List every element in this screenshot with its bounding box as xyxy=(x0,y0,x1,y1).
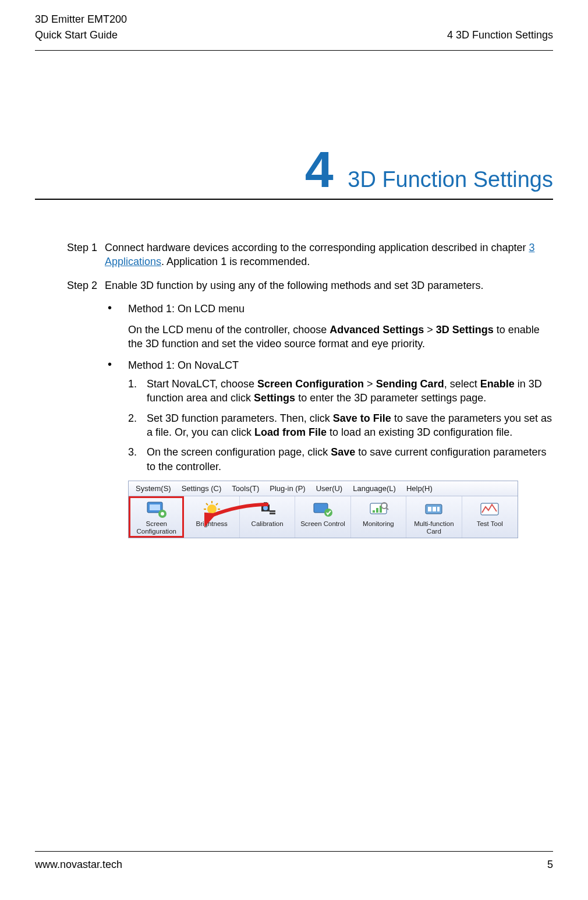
method-lcd: Method 1: On LCD menu On the LCD menu of… xyxy=(108,302,553,351)
method-lcd-desc: On the LCD menu of the controller, choos… xyxy=(128,323,553,351)
novalct-step-2: 2. Set 3D function parameters. Then, cli… xyxy=(128,411,553,440)
tb-brightness[interactable]: Brightness xyxy=(184,496,239,537)
chapter-number: 4 xyxy=(305,144,334,195)
tb-label: Calibration xyxy=(241,520,293,528)
marker-2: 2. xyxy=(128,411,137,425)
n2-pre: Set 3D function parameters. Then, click xyxy=(147,412,333,424)
menu-plugin[interactable]: Plug-in (P) xyxy=(270,483,305,494)
footer-page-number: 5 xyxy=(547,859,553,871)
step1-post: . Application 1 is recommended. xyxy=(161,256,310,267)
step-1-body: Connect hardware devices according to th… xyxy=(105,241,553,269)
chapter-heading: 4 3D Function Settings xyxy=(35,144,553,200)
n1-b1: Screen Configuration xyxy=(257,378,364,390)
page-header: 3D Emitter EMT200 Quick Start Guide 4 3D… xyxy=(0,0,588,50)
method-novalct-title: Method 1: On NovaLCT xyxy=(128,358,553,372)
n1-mid: , select xyxy=(444,378,480,390)
m1-pre: On the LCD menu of the controller, choos… xyxy=(128,324,330,336)
header-rule xyxy=(35,50,553,51)
svg-point-19 xyxy=(324,509,332,517)
novalct-screenshot: System(S) Settings (C) Tools(T) Plug-in … xyxy=(128,481,518,538)
svg-point-3 xyxy=(161,512,164,516)
header-left: 3D Emitter EMT200 Quick Start Guide xyxy=(35,12,127,43)
header-right: 4 3D Function Settings xyxy=(447,12,553,43)
tb-label: Monitoring xyxy=(352,520,405,528)
test-tool-icon xyxy=(478,500,501,518)
n3-b1: Save xyxy=(331,446,355,458)
step-1-label: Step 1 xyxy=(67,241,105,269)
tb-label: Screen Control xyxy=(296,520,349,528)
step-2-label: Step 2 xyxy=(67,278,105,292)
method-novalct: Method 1: On NovaLCT 1. Start NovaLCT, c… xyxy=(108,358,553,474)
menu-user[interactable]: User(U) xyxy=(316,483,343,494)
svg-rect-29 xyxy=(437,507,440,511)
tb-test-tool[interactable]: Test Tool xyxy=(462,496,518,537)
monitoring-icon xyxy=(367,500,390,518)
svg-rect-27 xyxy=(428,507,431,511)
tb-label: Brightness xyxy=(185,520,238,528)
n1-b2: Sending Card xyxy=(376,378,444,390)
svg-line-11 xyxy=(216,503,218,505)
tb-label: Screen Configuration xyxy=(130,520,182,535)
chapter-title: 3D Function Settings xyxy=(348,167,553,192)
method-lcd-title: Method 1: On LCD menu xyxy=(128,302,553,316)
svg-rect-22 xyxy=(376,508,378,513)
footer-rule xyxy=(35,851,553,852)
m1-b2: 3D Settings xyxy=(436,324,494,336)
body-content: Step 1 Connect hardware devices accordin… xyxy=(67,241,553,538)
svg-rect-14 xyxy=(264,502,267,506)
toolbar: Screen Configuration Brightness Calibrat… xyxy=(129,496,518,537)
svg-line-12 xyxy=(206,513,208,515)
doc-name: Quick Start Guide xyxy=(35,27,127,43)
tb-multi-function-card[interactable]: Multi-function Card xyxy=(406,496,462,537)
n1-b4: Settings xyxy=(254,392,295,404)
menubar: System(S) Settings (C) Tools(T) Plug-in … xyxy=(129,481,518,497)
menu-system[interactable]: System(S) xyxy=(136,483,171,494)
step-2-body: Enable 3D function by using any of the f… xyxy=(105,278,553,292)
menu-tools[interactable]: Tools(T) xyxy=(232,483,259,494)
footer-url: www.novastar.tech xyxy=(35,859,122,871)
svg-line-9 xyxy=(206,503,208,505)
n1-b3: Enable xyxy=(480,378,515,390)
svg-point-15 xyxy=(263,506,268,510)
tb-screen-configuration[interactable]: Screen Configuration xyxy=(129,496,184,537)
novalct-step-1: 1. Start NovaLCT, choose Screen Configur… xyxy=(128,377,553,405)
novalct-steps: 1. Start NovaLCT, choose Screen Configur… xyxy=(128,377,553,474)
screen-config-icon xyxy=(145,500,168,518)
menu-settings[interactable]: Settings (C) xyxy=(182,483,222,494)
n3-pre: On the screen configuration page, click xyxy=(147,446,331,458)
tb-screen-control[interactable]: Screen Control xyxy=(295,496,350,537)
tb-calibration[interactable]: Calibration xyxy=(240,496,295,537)
marker-1: 1. xyxy=(128,377,137,391)
n1-pre: Start NovaLCT, choose xyxy=(147,378,257,390)
svg-rect-21 xyxy=(373,510,375,513)
brightness-icon xyxy=(200,500,224,518)
tb-label: Test Tool xyxy=(463,520,516,528)
multi-card-icon xyxy=(422,500,445,518)
n1-post: to enter the 3D parameter settings page. xyxy=(295,392,486,404)
svg-rect-1 xyxy=(150,504,160,510)
tb-monitoring[interactable]: Monitoring xyxy=(351,496,406,537)
marker-3: 3. xyxy=(128,445,137,459)
menu-language[interactable]: Language(L) xyxy=(353,483,396,494)
svg-rect-28 xyxy=(433,507,436,511)
screen-control-icon xyxy=(311,500,334,518)
m1-gt: > xyxy=(424,324,436,336)
m1-b1: Advanced Settings xyxy=(330,324,424,336)
n2-b1: Save to File xyxy=(333,412,391,424)
step1-pre: Connect hardware devices according to th… xyxy=(105,242,529,253)
svg-point-4 xyxy=(207,504,217,514)
calibration-icon xyxy=(256,500,279,518)
methods-list: Method 1: On LCD menu On the LCD menu of… xyxy=(108,302,553,474)
step-1: Step 1 Connect hardware devices accordin… xyxy=(67,241,553,269)
page-footer: www.novastar.tech 5 xyxy=(35,851,553,871)
n2-post: to load an existing 3D configuration fil… xyxy=(327,426,512,438)
section-name: 4 3D Function Settings xyxy=(447,27,553,43)
step-2: Step 2 Enable 3D function by using any o… xyxy=(67,278,553,292)
tb-label: Multi-function Card xyxy=(408,520,460,535)
product-name: 3D Emitter EMT200 xyxy=(35,12,127,27)
menu-help[interactable]: Help(H) xyxy=(406,483,433,494)
n2-b2: Load from File xyxy=(254,426,327,438)
n1-gt: > xyxy=(364,378,376,390)
novalct-step-3: 3. On the screen configuration page, cli… xyxy=(128,445,553,474)
svg-line-10 xyxy=(216,513,218,515)
